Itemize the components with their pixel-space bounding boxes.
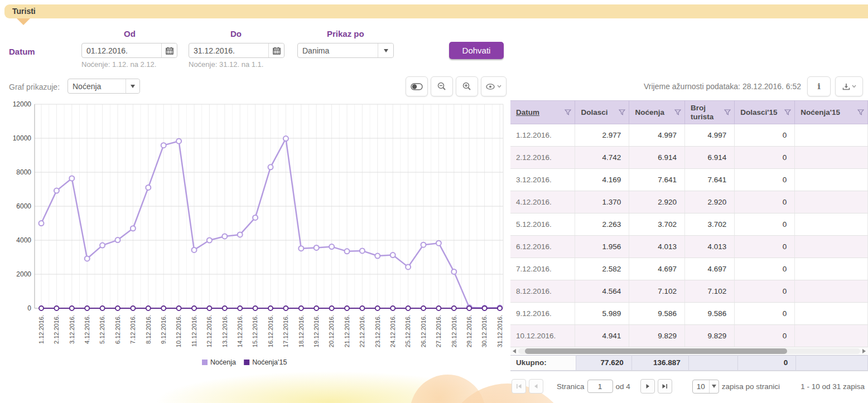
filter-icon[interactable] [674, 109, 681, 115]
table-cell: 0 [735, 258, 795, 280]
filter-icon[interactable] [857, 109, 864, 115]
toggle-series-button[interactable] [406, 76, 428, 96]
table-row[interactable]: 5.12.2016.2.2633.7023.7020 [510, 213, 868, 236]
svg-text:Noćenja'15: Noćenja'15 [252, 358, 287, 366]
info-button[interactable]: i [807, 76, 831, 96]
footer-cell [688, 356, 737, 371]
stranica-label: Stranica [557, 382, 585, 391]
first-page-button[interactable] [512, 379, 526, 394]
table-row[interactable]: 2.12.2016.4.7426.9146.9140 [510, 147, 868, 169]
table-cell: 9.12.2016. [510, 303, 575, 325]
calendar-icon[interactable] [161, 43, 177, 57]
filter-icon[interactable] [724, 109, 731, 115]
table-cell [795, 147, 868, 169]
table-horizontal-scrollbar[interactable] [510, 347, 868, 355]
table-row[interactable]: 9.12.2016.5.9899.5869.5860 [510, 303, 868, 325]
svg-text:31.12.2016.: 31.12.2016. [496, 315, 503, 347]
column-header-no-enja[interactable]: Noćenja [629, 101, 685, 124]
scroll-right-icon[interactable] [862, 349, 866, 353]
table-cell: 0 [735, 236, 795, 258]
svg-text:8.12.2016.: 8.12.2016. [145, 315, 152, 344]
table-cell: 2.12.2016. [510, 147, 575, 169]
chevron-down-icon[interactable] [378, 43, 393, 57]
download-menu-button[interactable] [835, 76, 863, 96]
table-row[interactable]: 7.12.2016.2.5824.6974.6970 [510, 258, 868, 280]
svg-text:10000: 10000 [13, 134, 32, 142]
filter-icon[interactable] [619, 109, 625, 115]
dohvati-button[interactable]: Dohvati [449, 42, 504, 59]
scrollbar-thumb[interactable] [525, 348, 787, 354]
date-from-input[interactable]: 01.12.2016. [81, 43, 177, 58]
table-row[interactable]: 1.12.2016.2.9774.9974.9970 [510, 124, 868, 147]
tab-turisti[interactable]: Turisti [12, 7, 36, 16]
svg-text:13.12.2016.: 13.12.2016. [221, 315, 228, 347]
turisti-dashboard: Turisti Od Do Prikaz po Datum 01.12.2016… [0, 0, 868, 403]
column-header-dolasci[interactable]: Dolasci [575, 101, 629, 124]
zoom-in-button[interactable] [456, 76, 478, 96]
svg-text:4000: 4000 [16, 236, 31, 244]
table-row[interactable]: 6.12.2016.1.9564.0134.0130 [510, 236, 868, 258]
zoom-out-button[interactable] [431, 76, 453, 96]
visibility-menu-button[interactable] [481, 76, 507, 96]
page-size-select[interactable]: 10 [692, 380, 719, 394]
calendar-icon[interactable] [268, 43, 284, 57]
table-cell: 7.102 [629, 280, 685, 303]
svg-text:19.12.2016.: 19.12.2016. [313, 315, 320, 347]
date-to-input[interactable]: 31.12.2016. [189, 43, 284, 58]
svg-text:4.12.2016.: 4.12.2016. [84, 315, 90, 344]
svg-text:29.12.2016.: 29.12.2016. [466, 315, 472, 347]
first-page-icon [516, 383, 522, 389]
svg-text:20.12.2016.: 20.12.2016. [328, 315, 335, 347]
svg-text:27.12.2016.: 27.12.2016. [435, 315, 442, 347]
table-cell: 9.829 [684, 325, 734, 347]
table-cell: 0 [735, 213, 795, 236]
table-cell: 3.702 [684, 213, 734, 236]
next-page-button[interactable] [640, 379, 655, 394]
svg-text:Noćenja: Noćenja [210, 358, 236, 366]
svg-text:22.12.2016.: 22.12.2016. [359, 315, 365, 347]
scroll-left-icon[interactable] [513, 349, 516, 353]
footer-cell: Ukupno: [510, 356, 576, 371]
svg-text:8000: 8000 [16, 168, 31, 176]
column-header-dolasci-15[interactable]: Dolasci'15 [735, 101, 795, 124]
previous-page-button[interactable] [529, 379, 543, 394]
filter-icon[interactable] [784, 109, 791, 115]
column-header-datum[interactable]: Datum [510, 101, 575, 124]
table-cell: 6.914 [684, 147, 734, 169]
eye-icon [486, 84, 495, 90]
svg-text:0: 0 [27, 304, 31, 312]
svg-text:26.12.2016.: 26.12.2016. [420, 315, 427, 347]
table-cell [795, 280, 868, 303]
data-table: DatumDolasciNoćenjaBroj turistaDolasci'1… [510, 100, 868, 371]
per-page-label: zapisa po stranici [722, 382, 780, 391]
table-cell: 4.12.2016. [510, 191, 575, 213]
table-cell: 7.12.2016. [510, 258, 575, 280]
svg-text:11.12.2016.: 11.12.2016. [191, 315, 197, 347]
table-cell: 2.920 [629, 191, 685, 213]
table-cell: 0 [735, 169, 795, 191]
table-row[interactable]: 4.12.2016.1.3702.9202.9200 [510, 191, 868, 213]
table-row[interactable]: 8.12.2016.4.5647.1027.1020 [510, 280, 868, 303]
table-cell: 9.586 [684, 303, 734, 325]
last-page-button[interactable] [658, 379, 672, 394]
svg-text:14.12.2016.: 14.12.2016. [237, 315, 243, 347]
table-row[interactable]: 3.12.2016.4.1697.6417.6410 [510, 169, 868, 191]
svg-text:9.12.2016.: 9.12.2016. [160, 315, 167, 344]
orange-circle-decoration [410, 375, 485, 403]
line-chart-canvas: 0200040006000800010000120001.12.2016.2.1… [2, 100, 507, 368]
filter-icon[interactable] [565, 109, 571, 115]
svg-text:12000: 12000 [13, 100, 32, 108]
prikaz-po-select[interactable]: Danima [297, 43, 394, 58]
top-tab-bar: Turisti [4, 4, 868, 18]
column-header-broj-turista[interactable]: Broj turista [684, 101, 734, 124]
date-from-value: 01.12.2016. [82, 46, 161, 55]
chevron-down-icon [852, 85, 856, 88]
page-size-value: 10 [693, 382, 709, 391]
table-cell: 7.102 [684, 280, 734, 303]
page-number-input[interactable] [587, 380, 613, 393]
table-row[interactable]: 10.12.2016.4.9419.8299.8290 [510, 325, 868, 347]
chevron-down-icon[interactable] [126, 79, 139, 93]
svg-text:21.12.2016.: 21.12.2016. [344, 315, 350, 347]
graf-prikazuje-select[interactable]: Noćenja [67, 79, 140, 94]
column-header-no-enja-15[interactable]: Noćenja'15 [795, 101, 868, 124]
